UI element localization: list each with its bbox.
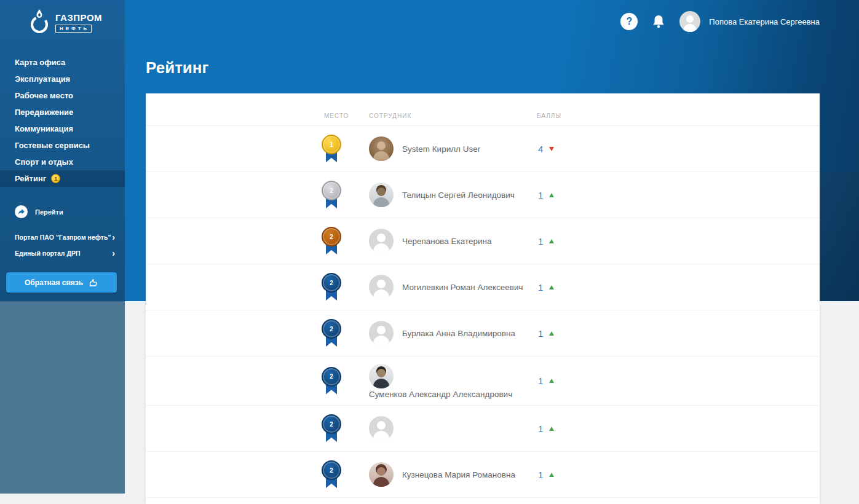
sidebar-item[interactable]: Рейтинг1 [0, 170, 125, 187]
medal-icon: 2 [322, 367, 341, 395]
score-value: 1 [538, 282, 543, 293]
employee-cell [369, 416, 537, 441]
sidebar-item-label: Спорт и отдых [15, 157, 73, 167]
column-header-score: БАЛЛЫ [537, 112, 820, 119]
score-cell: 1 [537, 470, 820, 480]
trend-arrow-icon [549, 331, 554, 336]
employee-cell: Кузнецова Мария Романовна [369, 462, 537, 487]
employee-avatar [369, 183, 394, 207]
sidebar-item-label: Гостевые сервисы [15, 141, 90, 150]
brand-name: ГАЗПРОМ [55, 12, 102, 23]
feedback-button[interactable]: Обратная связь [6, 272, 117, 293]
sidebar-item[interactable]: Эксплуатация [0, 71, 125, 87]
place-number: 2 [330, 373, 333, 380]
place-cell: 2 [314, 414, 369, 443]
employee-cell: Телицын Сергей Леонидович [369, 183, 537, 207]
medal-icon: 2 [322, 227, 341, 255]
medal-disc: 1 [322, 135, 341, 154]
sidebar-item[interactable]: Коммуникация [0, 120, 125, 137]
user-menu[interactable]: Попова Екатерина Сергеевна [679, 11, 820, 32]
score-value: 1 [538, 376, 543, 386]
sidebar-item[interactable]: Передвижение [0, 104, 125, 120]
employee-name: System Кирилл User [402, 144, 480, 154]
sidebar-item[interactable]: Рабочее место [0, 87, 125, 104]
place-number: 2 [330, 421, 333, 428]
go-label: Перейти [35, 208, 63, 216]
medal-disc: 2 [322, 367, 341, 387]
trend-arrow-icon [549, 285, 554, 289]
go-section: Перейти Портал ПАО "Газпром нефть"›Едины… [0, 205, 125, 261]
score-value: 1 [538, 423, 543, 434]
main-content: Рейтинг МЕСТО СОТРУДНИК БАЛЛЫ 1 System К… [125, 0, 859, 504]
table-row[interactable]: 2 Могилевкин Роман Алексеевич 1 [146, 264, 820, 310]
employee-name: Суменков Александр Александрович [369, 390, 512, 399]
table-header-row: МЕСТО СОТРУДНИК БАЛЛЫ [146, 93, 820, 126]
table-row[interactable]: 2 Черепанова Екатерина 1 [146, 218, 820, 264]
sidebar: ГАЗПРОМ НЕФТЬ Карта офисаЭксплуатацияРаб… [0, 0, 125, 494]
page-title: Рейтинг [146, 58, 859, 77]
employee-avatar [369, 321, 394, 345]
external-portal-link[interactable]: Единый портал ДРП› [0, 245, 125, 261]
medal-disc: 2 [322, 319, 341, 339]
place-cell: 2 [314, 319, 369, 347]
brand-logo[interactable]: ГАЗПРОМ НЕФТЬ [0, 0, 125, 36]
link-label: Единый портал ДРП [15, 250, 80, 257]
place-cell: 2 [314, 460, 369, 489]
employee-avatar [369, 136, 394, 161]
sidebar-menu: Карта офисаЭксплуатацияРабочее местоПере… [0, 54, 125, 187]
place-number: 2 [330, 234, 333, 240]
help-icon[interactable]: ? [620, 13, 638, 30]
sidebar-item-label: Эксплуатация [15, 74, 70, 84]
go-arrow-icon [15, 205, 28, 218]
employee-avatar [369, 416, 394, 441]
table-row[interactable]: 2 Кузнецова Мария Романовна 1 [146, 452, 820, 498]
table-row[interactable]: 2 Суменков Александр Александрович 1 [146, 356, 820, 406]
medal-icon: 2 [322, 414, 341, 443]
notifications-bell-icon[interactable] [651, 14, 666, 30]
chevron-right-icon: › [112, 249, 115, 258]
table-row[interactable]: 2 Бурлака Анна Владимировна 1 [146, 310, 820, 356]
employee-name: Черепанова Екатерина [402, 237, 492, 246]
score-cell: 1 [537, 190, 820, 200]
score-value: 1 [538, 470, 543, 480]
sidebar-item-label: Рейтинг [15, 174, 46, 183]
topbar: ? Попова Екатерина Сергеевна [620, 10, 820, 33]
rating-table-card: МЕСТО СОТРУДНИК БАЛЛЫ 1 System Кирилл Us… [146, 93, 820, 504]
sidebar-item[interactable]: Карта офиса [0, 54, 125, 71]
sidebar-item[interactable]: Гостевые сервисы [0, 137, 125, 154]
go-links: Портал ПАО "Газпром нефть"›Единый портал… [0, 229, 125, 261]
external-portal-link[interactable]: Портал ПАО "Газпром нефть"› [0, 229, 125, 245]
go-header[interactable]: Перейти [0, 205, 125, 218]
medal-disc: 2 [322, 460, 341, 480]
column-header-place: МЕСТО [314, 112, 369, 119]
trend-arrow-icon [549, 147, 554, 151]
medal-icon: 2 [322, 181, 341, 209]
trend-arrow-icon [549, 473, 554, 477]
feedback-label: Обратная связь [25, 278, 83, 287]
employee-avatar [369, 462, 394, 487]
employee-name: Бурлака Анна Владимировна [402, 329, 515, 338]
employee-cell: Суменков Александр Александрович [369, 363, 537, 399]
table-row[interactable]: 1 System Кирилл User 4 [146, 126, 820, 172]
score-cell: 1 [537, 423, 820, 434]
sidebar-item[interactable]: Спорт и отдых [0, 154, 125, 170]
employee-name: Телицын Сергей Леонидович [402, 191, 515, 200]
user-avatar [679, 11, 700, 32]
gazprom-flame-icon [28, 9, 50, 36]
place-number: 2 [330, 280, 333, 286]
medal-icon: 2 [322, 319, 341, 347]
chevron-right-icon: › [112, 233, 115, 242]
score-value: 4 [538, 144, 543, 154]
app-window: ГАЗПРОМ НЕФТЬ Карта офисаЭксплуатацияРаб… [0, 0, 859, 504]
place-cell: 1 [314, 135, 369, 163]
table-row[interactable]: 2 1 [146, 406, 820, 452]
medal-icon: 1 [322, 135, 341, 163]
thumbs-up-icon [88, 277, 98, 288]
sidebar-item-label: Рабочее место [15, 91, 73, 100]
table-row[interactable]: 2 Телицын Сергей Леонидович 1 [146, 172, 820, 218]
trend-arrow-icon [549, 379, 554, 383]
employee-cell: Черепанова Екатерина [369, 229, 537, 253]
trend-arrow-icon [549, 427, 554, 431]
help-glyph: ? [626, 16, 632, 27]
link-label: Портал ПАО "Газпром нефть" [15, 234, 111, 241]
